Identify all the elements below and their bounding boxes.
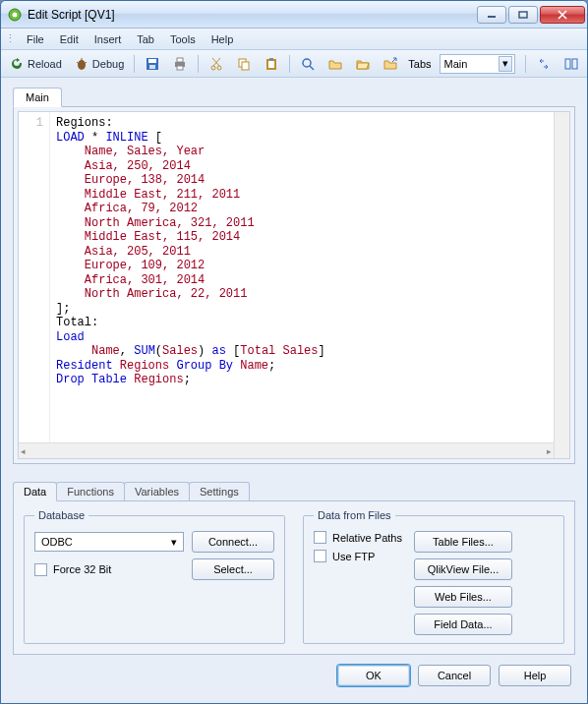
debug-button[interactable]: Debug bbox=[70, 54, 128, 74]
force-32bit-checkbox[interactable] bbox=[34, 563, 47, 576]
svg-rect-9 bbox=[148, 59, 156, 63]
edit-script-window: Edit Script [QV1] ⋮ File Edit Insert Tab… bbox=[0, 0, 588, 704]
table-files-button[interactable]: Table Files... bbox=[414, 531, 512, 553]
svg-rect-12 bbox=[177, 58, 183, 62]
menubar-grip-icon: ⋮ bbox=[5, 32, 15, 45]
data-from-files-group: Data from Files Relative Paths Use FTP bbox=[303, 509, 564, 644]
layout-icon[interactable] bbox=[559, 54, 583, 74]
svg-line-22 bbox=[310, 66, 314, 70]
bottom-panel: Database ODBC ▾ Connect... Force 32 Bit … bbox=[13, 500, 575, 655]
chevron-down-icon: ▾ bbox=[499, 56, 512, 72]
editor-tab-main[interactable]: Main bbox=[13, 88, 62, 107]
connect-button[interactable]: Connect... bbox=[192, 531, 274, 553]
svg-point-1 bbox=[13, 12, 18, 17]
field-data-button[interactable]: Field Data... bbox=[414, 614, 512, 635]
help-button[interactable]: Help bbox=[499, 665, 571, 686]
svg-rect-13 bbox=[177, 66, 183, 70]
database-group: Database ODBC ▾ Connect... Force 32 Bit … bbox=[24, 509, 285, 644]
save-icon[interactable] bbox=[141, 54, 164, 74]
svg-rect-3 bbox=[519, 12, 527, 18]
bottom-tab-functions[interactable]: Functions bbox=[56, 482, 125, 500]
folder-icon[interactable] bbox=[323, 54, 347, 74]
app-icon bbox=[7, 7, 23, 23]
print-icon[interactable] bbox=[168, 54, 192, 74]
toolbar: Reload Debug Tabs Main ▾ bbox=[1, 50, 587, 78]
tabs-combo[interactable]: Main ▾ bbox=[440, 54, 515, 74]
svg-point-21 bbox=[303, 59, 311, 67]
titlebar[interactable]: Edit Script [QV1] bbox=[1, 1, 587, 29]
horizontal-scrollbar[interactable]: ◂▸ bbox=[19, 442, 554, 458]
bottom-tab-variables[interactable]: Variables bbox=[124, 482, 190, 500]
script-editor[interactable]: 1 Regions:LOAD * INLINE [ Name, Sales, Y… bbox=[18, 111, 570, 459]
database-driver-combo[interactable]: ODBC ▾ bbox=[34, 532, 184, 552]
cancel-button[interactable]: Cancel bbox=[418, 665, 491, 686]
database-legend: Database bbox=[34, 509, 88, 521]
reload-label: Reload bbox=[28, 58, 62, 70]
folder-open-icon[interactable] bbox=[351, 54, 375, 74]
use-ftp-checkbox[interactable] bbox=[314, 550, 326, 562]
editor-tab-label: Main bbox=[26, 91, 49, 103]
force-32bit-label: Force 32 Bit bbox=[53, 563, 111, 575]
line-number: 1 bbox=[19, 116, 43, 130]
svg-rect-23 bbox=[565, 59, 570, 69]
tab-order-icon[interactable] bbox=[532, 54, 556, 74]
export-icon[interactable] bbox=[379, 54, 402, 74]
line-gutter: 1 bbox=[19, 112, 50, 458]
use-ftp-label: Use FTP bbox=[332, 551, 375, 562]
ok-button[interactable]: OK bbox=[337, 665, 410, 686]
reload-button[interactable]: Reload bbox=[5, 54, 66, 74]
copy-icon[interactable] bbox=[232, 54, 256, 74]
files-legend: Data from Files bbox=[314, 509, 395, 521]
maximize-button[interactable] bbox=[508, 6, 538, 24]
menu-help[interactable]: Help bbox=[204, 31, 242, 47]
content-area: Main 1 Regions:LOAD * INLINE [ Name, Sal… bbox=[1, 78, 587, 703]
svg-point-14 bbox=[211, 66, 215, 70]
menu-edit[interactable]: Edit bbox=[52, 31, 87, 47]
tabs-label: Tabs bbox=[408, 58, 431, 70]
paste-icon[interactable] bbox=[260, 54, 283, 74]
bottom-tab-data[interactable]: Data bbox=[13, 482, 57, 501]
relative-paths-checkbox[interactable] bbox=[314, 531, 326, 544]
editor-frame: 1 Regions:LOAD * INLINE [ Name, Sales, Y… bbox=[13, 106, 575, 464]
web-files-button[interactable]: Web Files... bbox=[414, 586, 512, 608]
select-button[interactable]: Select... bbox=[192, 558, 274, 580]
svg-rect-19 bbox=[268, 61, 274, 68]
bottom-tab-settings[interactable]: Settings bbox=[189, 482, 250, 500]
qlikview-file-button[interactable]: QlikView File... bbox=[414, 558, 512, 580]
database-driver-value: ODBC bbox=[41, 536, 73, 548]
svg-rect-2 bbox=[488, 16, 496, 18]
menu-file[interactable]: File bbox=[19, 31, 52, 47]
close-button[interactable] bbox=[540, 6, 585, 24]
svg-point-4 bbox=[78, 60, 86, 70]
menu-tab[interactable]: Tab bbox=[129, 31, 162, 47]
menubar: ⋮ File Edit Insert Tab Tools Help bbox=[1, 29, 587, 50]
vertical-scrollbar[interactable] bbox=[554, 112, 569, 458]
tabs-combo-value: Main bbox=[444, 58, 468, 70]
cut-icon[interactable] bbox=[205, 54, 228, 74]
svg-rect-10 bbox=[149, 65, 155, 69]
menu-tools[interactable]: Tools bbox=[162, 31, 204, 47]
menu-insert[interactable]: Insert bbox=[87, 31, 130, 47]
svg-rect-20 bbox=[269, 58, 273, 61]
chevron-down-icon: ▾ bbox=[167, 534, 181, 550]
window-title: Edit Script [QV1] bbox=[28, 8, 477, 22]
debug-label: Debug bbox=[92, 58, 124, 70]
svg-rect-17 bbox=[242, 62, 249, 70]
svg-point-15 bbox=[217, 66, 221, 70]
search-icon[interactable] bbox=[296, 54, 320, 74]
minimize-button[interactable] bbox=[477, 6, 506, 24]
svg-rect-24 bbox=[572, 59, 577, 69]
script-code[interactable]: Regions:LOAD * INLINE [ Name, Sales, Yea… bbox=[50, 112, 554, 458]
dialog-buttons: OK Cancel Help bbox=[13, 655, 575, 686]
relative-paths-label: Relative Paths bbox=[332, 532, 402, 544]
